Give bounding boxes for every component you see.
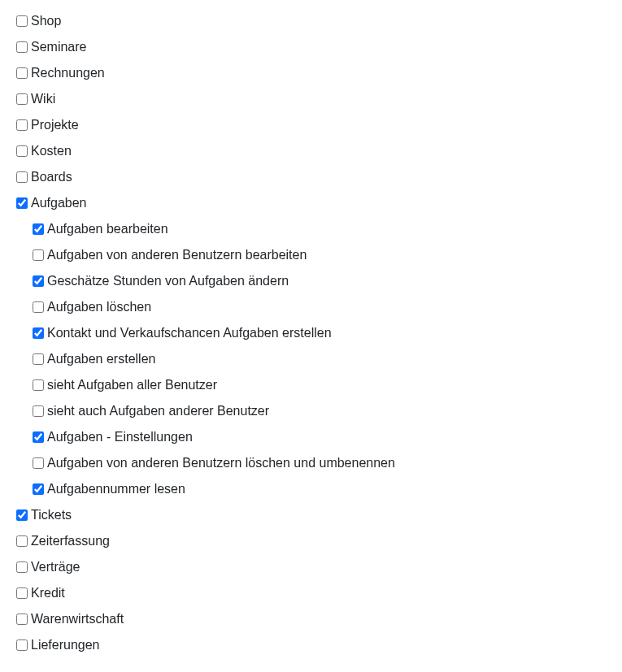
checkbox-aufgaben-nummer[interactable]: [33, 483, 44, 495]
permission-projekte: Projekte: [16, 112, 606, 138]
permission-aufgaben-loeschen: Aufgaben löschen: [16, 294, 606, 320]
checkbox-aufgaben-andere-loeschen[interactable]: [33, 457, 44, 469]
permission-aufgaben: Aufgaben: [16, 190, 606, 216]
label-aufgaben-sieht-andere: sieht auch Aufgaben anderer Benutzer: [47, 401, 269, 421]
permission-aufgaben-bearbeiten: Aufgaben bearbeiten: [16, 216, 606, 242]
permission-aufgaben-einstellungen: Aufgaben - Einstellungen: [16, 424, 606, 450]
checkbox-wiki[interactable]: [16, 93, 28, 105]
checkbox-zeiterfassung[interactable]: [16, 535, 28, 547]
checkbox-seminare[interactable]: [16, 41, 28, 53]
label-boards: Boards: [31, 167, 72, 187]
label-vertraege: Verträge: [31, 557, 80, 577]
permission-aufgaben-sieht-alle: sieht Aufgaben aller Benutzer: [16, 372, 606, 398]
checkbox-aufgaben-loeschen[interactable]: [33, 301, 44, 313]
permission-aufgaben-stunden: Geschätze Stunden von Aufgaben ändern: [16, 268, 606, 294]
permission-aufgaben-kontakt: Kontakt und Verkaufschancen Aufgaben ers…: [16, 320, 606, 346]
checkbox-shop[interactable]: [16, 15, 28, 27]
label-aufgaben-erstellen: Aufgaben erstellen: [47, 349, 155, 369]
label-aufgaben-andere-bearbeiten: Aufgaben von anderen Benutzern bearbeite…: [47, 245, 307, 265]
label-rechnungen: Rechnungen: [31, 63, 105, 83]
label-aufgaben-andere-loeschen: Aufgaben von anderen Benutzern löschen u…: [47, 453, 395, 473]
permission-warenwirtschaft: Warenwirtschaft: [16, 606, 606, 632]
checkbox-aufgaben-einstellungen[interactable]: [33, 431, 44, 443]
permission-shop: Shop: [16, 8, 606, 34]
label-aufgaben-loeschen: Aufgaben löschen: [47, 297, 151, 317]
checkbox-aufgaben-andere-bearbeiten[interactable]: [33, 249, 44, 261]
permission-lieferungen: Lieferungen: [16, 632, 606, 658]
checkbox-tickets[interactable]: [16, 509, 28, 521]
label-shop: Shop: [31, 11, 61, 31]
permissions-list: ShopSeminareRechnungenWikiProjekteKosten…: [16, 8, 606, 658]
label-wiki: Wiki: [31, 89, 55, 109]
label-kosten: Kosten: [31, 141, 72, 161]
permission-aufgaben-andere-bearbeiten: Aufgaben von anderen Benutzern bearbeite…: [16, 242, 606, 268]
checkbox-lieferungen[interactable]: [16, 639, 28, 651]
checkbox-boards[interactable]: [16, 171, 28, 183]
label-zeiterfassung: Zeiterfassung: [31, 531, 110, 551]
permission-kredit: Kredit: [16, 580, 606, 606]
checkbox-rechnungen[interactable]: [16, 67, 28, 79]
label-aufgaben-einstellungen: Aufgaben - Einstellungen: [47, 427, 193, 447]
permission-wiki: Wiki: [16, 86, 606, 112]
permission-boards: Boards: [16, 164, 606, 190]
label-projekte: Projekte: [31, 115, 79, 135]
checkbox-warenwirtschaft[interactable]: [16, 613, 28, 625]
checkbox-aufgaben-sieht-andere[interactable]: [33, 405, 44, 417]
permission-aufgaben-erstellen: Aufgaben erstellen: [16, 346, 606, 372]
checkbox-kosten[interactable]: [16, 145, 28, 157]
label-aufgaben-stunden: Geschätze Stunden von Aufgaben ändern: [47, 271, 289, 291]
permission-aufgaben-nummer: Aufgabennummer lesen: [16, 476, 606, 502]
checkbox-kredit[interactable]: [16, 587, 28, 599]
label-aufgaben-sieht-alle: sieht Aufgaben aller Benutzer: [47, 375, 217, 395]
permission-tickets: Tickets: [16, 502, 606, 528]
checkbox-vertraege[interactable]: [16, 561, 28, 573]
checkbox-aufgaben-sieht-alle[interactable]: [33, 379, 44, 391]
label-aufgaben-bearbeiten: Aufgaben bearbeiten: [47, 219, 168, 239]
permission-aufgaben-sieht-andere: sieht auch Aufgaben anderer Benutzer: [16, 398, 606, 424]
checkbox-aufgaben-kontakt[interactable]: [33, 327, 44, 339]
checkbox-aufgaben-bearbeiten[interactable]: [33, 223, 44, 235]
label-kredit: Kredit: [31, 583, 65, 603]
label-lieferungen: Lieferungen: [31, 635, 100, 655]
permission-rechnungen: Rechnungen: [16, 60, 606, 86]
checkbox-aufgaben[interactable]: [16, 197, 28, 209]
checkbox-aufgaben-erstellen[interactable]: [33, 353, 44, 365]
checkbox-projekte[interactable]: [16, 119, 28, 131]
permission-seminare: Seminare: [16, 34, 606, 60]
label-seminare: Seminare: [31, 37, 86, 57]
permission-vertraege: Verträge: [16, 554, 606, 580]
checkbox-aufgaben-stunden[interactable]: [33, 275, 44, 287]
permission-zeiterfassung: Zeiterfassung: [16, 528, 606, 554]
label-aufgaben: Aufgaben: [31, 193, 87, 213]
permission-kosten: Kosten: [16, 138, 606, 164]
permission-aufgaben-andere-loeschen: Aufgaben von anderen Benutzern löschen u…: [16, 450, 606, 476]
label-aufgaben-kontakt: Kontakt und Verkaufschancen Aufgaben ers…: [47, 323, 332, 343]
label-tickets: Tickets: [31, 505, 72, 525]
label-aufgaben-nummer: Aufgabennummer lesen: [47, 479, 185, 499]
label-warenwirtschaft: Warenwirtschaft: [31, 609, 124, 629]
